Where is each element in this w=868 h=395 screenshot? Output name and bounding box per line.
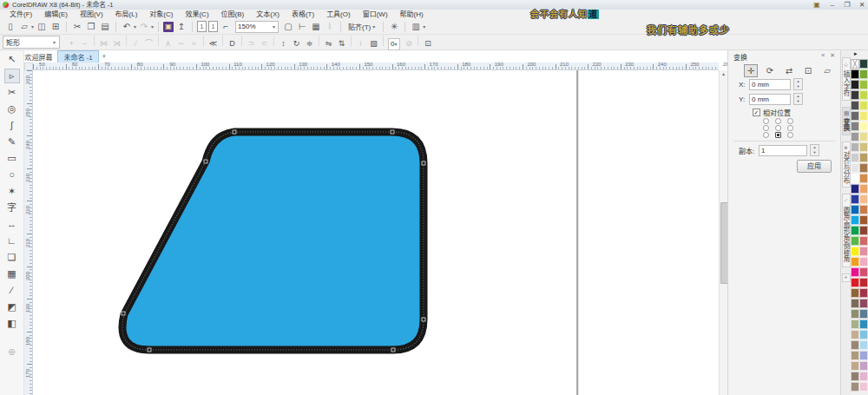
minimize-button[interactable]: – — [826, 0, 838, 10]
color-swatch[interactable] — [859, 174, 868, 183]
show-rulers-icon[interactable]: ⊢ — [296, 22, 308, 31]
color-swatch[interactable] — [859, 132, 868, 142]
color-swatch[interactable] — [859, 80, 868, 89]
color-swatch[interactable] — [851, 382, 859, 392]
anchor-point-radio[interactable] — [775, 132, 781, 138]
copies-spinner[interactable]: ▲▼ — [810, 144, 819, 156]
anchor-point-radio[interactable] — [763, 118, 769, 124]
x-spinner[interactable]: ▲▼ — [793, 78, 803, 90]
color-swatch[interactable] — [859, 111, 868, 121]
x-position-input[interactable]: 0 mm — [749, 79, 791, 90]
options-icon[interactable]: ✳ — [388, 22, 400, 31]
cut-icon[interactable]: ✂ — [71, 22, 83, 31]
relative-position-checkbox[interactable]: ✓ — [753, 109, 760, 116]
show-grid-icon[interactable]: ▦ — [310, 22, 322, 31]
color-swatch[interactable] — [851, 267, 859, 277]
color-swatch[interactable] — [859, 299, 868, 308]
color-swatch[interactable] — [851, 69, 859, 79]
no-color-swatch[interactable]: ╳ — [851, 59, 859, 69]
align-nodes-icon[interactable]: ≑ — [304, 39, 315, 48]
color-swatch[interactable] — [851, 351, 859, 360]
color-swatch[interactable] — [851, 226, 859, 235]
color-swatch[interactable] — [859, 330, 868, 339]
color-swatch[interactable] — [859, 267, 868, 277]
rounded-quadrilateral-shape[interactable] — [122, 132, 424, 350]
color-swatch[interactable] — [859, 163, 868, 173]
color-swatch[interactable] — [851, 340, 859, 350]
color-swatch[interactable] — [859, 122, 868, 131]
tab-untitled-document[interactable]: 未命名 -1 — [57, 50, 98, 63]
apply-button[interactable]: 应用 — [797, 160, 832, 173]
close-curve-icon[interactable]: D — [227, 39, 238, 48]
shape-node[interactable] — [391, 130, 394, 134]
menu-item[interactable]: 效果(C) — [179, 10, 214, 19]
color-swatch[interactable] — [851, 330, 859, 339]
menu-item[interactable]: 视图(V) — [74, 10, 109, 19]
color-swatch[interactable] — [859, 184, 868, 194]
color-swatch[interactable] — [851, 80, 859, 89]
color-swatch[interactable] — [859, 278, 868, 287]
color-swatch[interactable] — [851, 174, 859, 183]
close-button[interactable]: ✕ — [856, 0, 868, 10]
shape-node[interactable] — [422, 318, 425, 321]
position-mode-icon[interactable]: ✛ — [744, 64, 758, 77]
vertical-ruler[interactable]: 260250240230220210200190180170 — [24, 70, 33, 395]
account-icon[interactable]: ▣ — [811, 0, 823, 10]
menu-item[interactable]: 文件(F) — [3, 10, 38, 19]
connector-tool[interactable]: ∟ — [4, 234, 20, 248]
reflect-horizontal-icon[interactable]: ⇋ — [323, 39, 334, 48]
menu-item[interactable]: 位图(B) — [215, 10, 251, 19]
color-swatch[interactable] — [851, 236, 859, 246]
add-tools-button[interactable]: ⊕ — [4, 345, 20, 359]
color-swatch[interactable] — [851, 163, 859, 173]
rotate-skew-nodes-icon[interactable]: ↻ — [291, 39, 302, 48]
color-swatch[interactable] — [851, 257, 859, 267]
color-swatch[interactable] — [851, 142, 859, 152]
color-swatch[interactable] — [859, 90, 868, 100]
anchor-point-radio[interactable] — [763, 132, 769, 138]
pick-tool[interactable]: ↖ — [4, 52, 20, 67]
new-document-icon[interactable]: ▯ — [4, 22, 16, 31]
color-swatch[interactable] — [859, 351, 868, 360]
curve-smoothness-spinner[interactable]: 0▾ — [388, 38, 400, 50]
color-swatch[interactable] — [851, 153, 859, 162]
color-swatch[interactable] — [851, 247, 859, 256]
reverse-direction-icon[interactable]: ≪ — [207, 39, 219, 48]
menu-item[interactable]: 布局(L) — [109, 10, 144, 19]
color-swatch[interactable] — [851, 215, 859, 225]
color-swatch[interactable] — [859, 247, 868, 256]
artistic-media-tool[interactable]: ✎ — [4, 135, 20, 149]
vertical-scrollbar[interactable]: ▴ — [719, 70, 727, 395]
save-icon[interactable]: ◫ — [36, 22, 48, 31]
shape-node[interactable] — [148, 348, 151, 352]
color-swatch[interactable] — [859, 340, 868, 350]
welcome-screen-icon[interactable]: ⌐ — [220, 22, 232, 31]
paste-icon[interactable]: ▤ — [99, 22, 111, 31]
ruler-origin-box[interactable] — [24, 63, 33, 70]
bounding-box-icon[interactable]: ⊡ — [422, 39, 433, 48]
color-swatch[interactable] — [859, 142, 868, 152]
zoom-tool[interactable]: ◎ — [4, 102, 20, 116]
color-swatch[interactable] — [851, 111, 859, 121]
drop-shadow-tool[interactable]: ❏ — [4, 250, 20, 265]
interactive-fill-tool[interactable]: ◩ — [4, 300, 20, 314]
anchor-point-radio[interactable] — [775, 118, 781, 124]
print-icon[interactable]: ⊞ — [49, 22, 62, 31]
color-swatch[interactable] — [851, 122, 859, 131]
color-swatch[interactable] — [851, 90, 859, 100]
open-icon[interactable]: ▱ — [18, 22, 30, 31]
color-swatch[interactable] — [859, 215, 868, 225]
color-swatch[interactable] — [859, 69, 868, 79]
anchor-point-radio[interactable] — [775, 125, 781, 131]
menu-item[interactable]: 文本(X) — [250, 10, 286, 19]
reflect-vertical-icon[interactable]: ⇅ — [336, 39, 347, 48]
application-launcher-icon[interactable]: ▥ — [410, 22, 422, 31]
shape-node[interactable] — [233, 130, 236, 134]
full-screen-preview-icon[interactable]: ▢ — [282, 22, 294, 31]
shape-tool[interactable]: ▹ — [4, 69, 20, 83]
color-swatch[interactable] — [859, 309, 868, 319]
color-swatch[interactable] — [859, 288, 868, 298]
color-swatch[interactable] — [851, 361, 859, 371]
color-swatch[interactable] — [851, 278, 859, 287]
rectangle-tool[interactable]: ▭ — [4, 151, 20, 166]
